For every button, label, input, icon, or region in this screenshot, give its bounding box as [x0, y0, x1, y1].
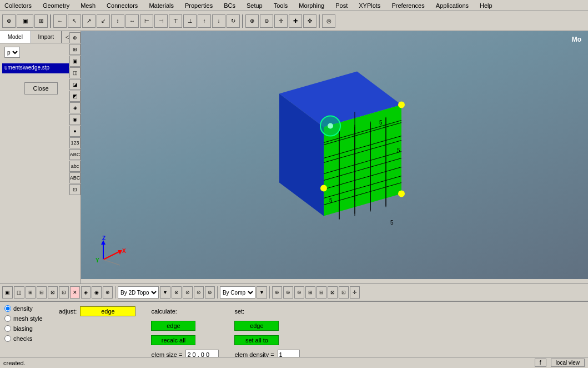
toolbar-btn-3[interactable]: ←: [53, 14, 67, 28]
vert-btn-2[interactable]: ▣: [69, 56, 81, 67]
set-all-row: set all to: [234, 334, 299, 346]
axis-svg: Z X Y: [92, 235, 131, 268]
btoolbar-btn-12[interactable]: ⊙: [194, 286, 204, 299]
toolbar-btn-18[interactable]: ✛: [274, 14, 288, 28]
model-dropdown[interactable]: p: [4, 47, 20, 58]
toolbar-btn-5[interactable]: ↗: [82, 14, 96, 28]
menu-materials[interactable]: Materials: [147, 1, 176, 10]
set-col: set: edge set all to elem density =: [234, 305, 299, 361]
btoolbar-btn-15[interactable]: ⊜: [283, 286, 293, 299]
menu-morphing[interactable]: Morphing: [296, 1, 326, 10]
toolbar-btn-4[interactable]: ↖: [68, 14, 81, 28]
vert-btn-8[interactable]: ●: [69, 126, 81, 137]
toolbar-btn-9[interactable]: ⊢: [140, 14, 153, 28]
toolbar-btn-10[interactable]: ⊣: [154, 14, 168, 28]
set-edge-btn[interactable]: edge: [234, 321, 279, 331]
toolbar-btn-17[interactable]: ⊖: [260, 14, 273, 28]
toolbar-btn-21[interactable]: ◎: [322, 14, 335, 28]
btoolbar-btn-13[interactable]: ⊚: [205, 286, 215, 299]
tab-import[interactable]: Import: [31, 31, 62, 43]
btoolbar-btn-4[interactable]: ⊠: [48, 286, 58, 299]
vert-btn-0[interactable]: ⊕: [69, 32, 81, 43]
toolbar-btn-15[interactable]: ↻: [227, 14, 240, 28]
btoolbar-btn-1[interactable]: ◫: [14, 286, 24, 299]
menu-properties[interactable]: Properties: [183, 1, 215, 10]
btoolbar-btn-6[interactable]: ✕: [70, 286, 80, 299]
toolbar-btn-16[interactable]: ⊕: [245, 14, 259, 28]
vert-btn-7[interactable]: ◉: [69, 114, 81, 125]
toolbar-btn-1[interactable]: ▣: [17, 14, 33, 28]
vert-btn-1[interactable]: ⊞: [69, 44, 81, 55]
tab-model[interactable]: Model: [0, 31, 31, 43]
btoolbar-btn-21[interactable]: ✛: [350, 286, 360, 299]
comp-dropdown[interactable]: By Comp: [220, 286, 255, 299]
close-button[interactable]: Close: [24, 82, 58, 95]
toolbar-btn-12[interactable]: ⊥: [183, 14, 197, 28]
vert-btn-12[interactable]: ABC: [69, 172, 81, 183]
f-button[interactable]: f: [535, 359, 546, 367]
adjust-edge-btn[interactable]: edge: [80, 306, 135, 316]
btoolbar-btn-11[interactable]: ⊘: [183, 286, 193, 299]
calculate-label: calculate:: [151, 308, 177, 315]
set-all-btn[interactable]: set all to: [234, 335, 279, 345]
vert-btn-3[interactable]: ◫: [69, 67, 81, 78]
menu-post[interactable]: Post: [333, 1, 350, 10]
vert-btn-11[interactable]: abc: [69, 161, 81, 172]
vert-btn-4[interactable]: ◪: [69, 79, 81, 90]
radio-checks-input[interactable]: [4, 335, 11, 342]
btoolbar-btn-19[interactable]: ⊠: [328, 286, 338, 299]
calc-edge-row: edge: [151, 320, 219, 332]
vert-btn-10[interactable]: ABC: [69, 149, 81, 160]
toolbar-btn-0[interactable]: ⊕: [2, 14, 16, 28]
calc-recalc-btn[interactable]: recalc all: [151, 335, 195, 345]
btoolbar-btn-2[interactable]: ⊞: [26, 286, 36, 299]
btoolbar-btn-10[interactable]: ⊗: [172, 286, 182, 299]
menu-preferences[interactable]: Preferences: [389, 1, 426, 10]
toolbar-btn-13[interactable]: ↑: [198, 14, 211, 28]
btoolbar-btn-18[interactable]: ⊟: [316, 286, 326, 299]
menu-mesh[interactable]: Mesh: [78, 1, 98, 10]
toolbar-btn-19[interactable]: ✚: [289, 14, 302, 28]
radio-density-input[interactable]: [4, 305, 11, 312]
toolbar-btn-14[interactable]: ↓: [212, 14, 225, 28]
viewport[interactable]: Mo: [81, 31, 588, 279]
btoolbar-btn-5[interactable]: ⊡: [59, 286, 69, 299]
btoolbar-dropdown-arrow[interactable]: ▼: [160, 286, 170, 299]
btoolbar-btn-3[interactable]: ⊟: [37, 286, 47, 299]
toolbar-btn-2[interactable]: ⊞: [34, 14, 48, 28]
menu-collectors[interactable]: Collectors: [2, 1, 34, 10]
menu-xyplots[interactable]: XYPlots: [356, 1, 383, 10]
toolbar-btn-8[interactable]: ↔: [125, 14, 139, 28]
btoolbar-btn-17[interactable]: ⊞: [305, 286, 315, 299]
btoolbar-btn-8[interactable]: ◉: [92, 286, 102, 299]
local-view-button[interactable]: local view: [551, 359, 585, 367]
menu-geometry[interactable]: Geometry: [41, 1, 72, 10]
calc-edge-btn[interactable]: edge: [151, 321, 195, 331]
menu-help[interactable]: Help: [478, 1, 495, 10]
btoolbar-btn-20[interactable]: ⊡: [339, 286, 349, 299]
btoolbar-btn-16[interactable]: ⊝: [294, 286, 304, 299]
btoolbar-btn-9[interactable]: ⊕: [103, 286, 113, 299]
toolbar-btn-6[interactable]: ↙: [97, 14, 110, 28]
menu-bcs[interactable]: BCs: [222, 1, 238, 10]
toolbar-btn-20[interactable]: ✜: [303, 14, 316, 28]
btoolbar-btn-0[interactable]: ▣: [2, 286, 13, 299]
vert-btn-6[interactable]: ◈: [69, 102, 81, 113]
radio-meshstyle-input[interactable]: [4, 315, 11, 322]
btoolbar-sep-2: [217, 286, 218, 299]
menu-connectors[interactable]: Connectors: [104, 1, 140, 10]
3d-model: 5 5 5 5: [246, 61, 424, 233]
toolbar-btn-11[interactable]: ⊤: [169, 14, 182, 28]
vert-btn-13[interactable]: ⊡: [69, 184, 81, 195]
topo-dropdown[interactable]: By 2D Topo: [118, 286, 159, 299]
btoolbar-btn-7[interactable]: ◈: [81, 286, 91, 299]
menu-setup[interactable]: Setup: [244, 1, 265, 10]
menu-tools[interactable]: Tools: [272, 1, 290, 10]
menu-applications[interactable]: Applications: [434, 1, 471, 10]
toolbar-btn-7[interactable]: ↕: [111, 14, 124, 28]
vert-btn-9[interactable]: 123: [69, 137, 81, 148]
btoolbar-btn-14[interactable]: ⊛: [272, 286, 282, 299]
vert-btn-5[interactable]: ◩: [69, 91, 81, 102]
comp-dropdown-arrow[interactable]: ▼: [257, 286, 267, 299]
radio-biasing-input[interactable]: [4, 325, 11, 332]
